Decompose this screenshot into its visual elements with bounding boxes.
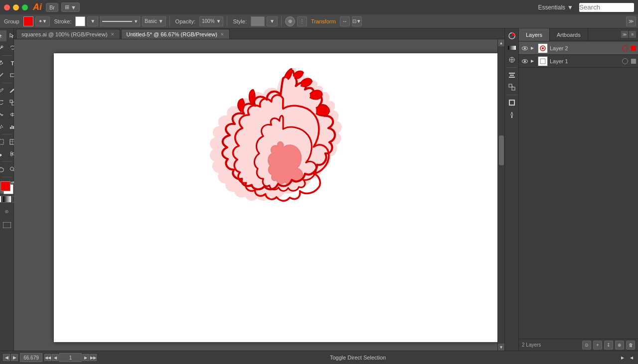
- warp-tool[interactable]: [0, 109, 6, 120]
- rotate-tool[interactable]: [0, 97, 6, 108]
- align-panel-button[interactable]: [506, 70, 517, 81]
- transform-icon[interactable]: ↔: [340, 16, 350, 26]
- page-navigation: ◀◀ ◀ 1 ▶ ▶▶: [44, 353, 97, 362]
- line-tool[interactable]: [0, 70, 6, 81]
- zoom-step-forward[interactable]: ▶: [11, 354, 18, 361]
- brushes-panel-button[interactable]: [506, 109, 517, 120]
- transform-button[interactable]: Transform: [309, 18, 338, 24]
- last-page-button[interactable]: ▶▶: [90, 354, 97, 361]
- scroll-thumb-vertical[interactable]: [499, 135, 504, 165]
- stroke-color-swatch[interactable]: [75, 16, 85, 26]
- layer-1-expand-arrow[interactable]: ▶: [531, 59, 536, 64]
- layers-panel-menu[interactable]: ≡: [629, 31, 636, 38]
- zoom-step-back[interactable]: ◀: [3, 354, 10, 361]
- canvas-scroll-vertical[interactable]: ▲ ▼: [497, 39, 504, 351]
- color-panel-button[interactable]: [506, 30, 517, 41]
- layer-1-visibility-toggle[interactable]: [521, 57, 529, 65]
- search-input[interactable]: [579, 3, 634, 12]
- appearance-panel-button[interactable]: [506, 54, 517, 65]
- next-page-button[interactable]: ▶: [82, 354, 89, 361]
- draw-behind-button[interactable]: ◎: [1, 206, 12, 217]
- hand-tool[interactable]: [0, 164, 6, 175]
- bridge-button[interactable]: Br: [46, 3, 58, 12]
- layer-1-thumbnail: [538, 56, 548, 66]
- artboard-tool[interactable]: [0, 136, 6, 147]
- options-bar: Group ✦ ▼ Stroke: ▼ ▼ Basic ▼ Opacity: 1…: [0, 14, 638, 28]
- group-label: Group: [2, 18, 21, 24]
- scroll-up-button[interactable]: ▲: [498, 39, 505, 46]
- layer-2-expand-arrow[interactable]: ▶: [531, 46, 536, 51]
- stroke-weight-preview[interactable]: ▼: [100, 16, 140, 26]
- transform-panel-button[interactable]: [506, 82, 517, 93]
- variable-glob-button[interactable]: ⊕: [285, 16, 295, 26]
- symbol-sprayer-tool[interactable]: [0, 121, 6, 132]
- color-swatch-area: ⇄ ⊡: [0, 181, 13, 194]
- locate-object-button[interactable]: ⊙: [582, 341, 591, 350]
- layer-1-target-circle[interactable]: [622, 58, 628, 64]
- prev-page-button[interactable]: ◀: [52, 354, 59, 361]
- opacity-label: Opacity:: [173, 18, 197, 24]
- screen-mode-button[interactable]: [0, 220, 14, 231]
- tab-untitled[interactable]: Untitled-5* @ 66.67% (RGB/Preview) ✕: [121, 29, 230, 39]
- layout-button[interactable]: ⊞ ▼: [61, 2, 80, 12]
- style-options-button[interactable]: ▼: [267, 16, 278, 26]
- scroll-track-vertical[interactable]: [498, 46, 504, 344]
- tab-squares[interactable]: squares.ai @ 100% (RGB/Preview) ✕: [16, 29, 120, 39]
- fill-options-button[interactable]: ✦ ▼: [35, 16, 50, 26]
- foreground-color-swatch[interactable]: [0, 181, 10, 191]
- gradient-panel-button[interactable]: [506, 42, 517, 53]
- canvas-area: squares.ai @ 100% (RGB/Preview) ✕ Untitl…: [14, 28, 504, 351]
- layer-2-target-circle[interactable]: [622, 45, 628, 51]
- layer-2-thumb-icon: [539, 44, 547, 52]
- maximize-button[interactable]: [22, 4, 28, 10]
- layers-list: ▶ Layer 2 ▶: [519, 41, 638, 339]
- pen-tool[interactable]: [0, 58, 6, 69]
- magic-wand-tool[interactable]: [0, 42, 6, 53]
- brush-tool[interactable]: [0, 85, 6, 96]
- layer-2-thumbnail: [538, 43, 548, 53]
- stroke-options-button[interactable]: ▼: [87, 16, 98, 26]
- stroke-panel-button[interactable]: [506, 97, 517, 108]
- options-icon-1[interactable]: ⋮: [297, 16, 307, 26]
- svg-point-25: [10, 154, 12, 156]
- fill-options-chevron: ▼: [42, 18, 47, 24]
- svg-rect-17: [0, 139, 3, 144]
- status-options-button[interactable]: ◀: [628, 354, 635, 361]
- delete-layer-button[interactable]: 🗑: [626, 341, 635, 350]
- merge-button[interactable]: ⊕: [615, 341, 624, 350]
- new-layer-button[interactable]: +: [593, 341, 602, 350]
- tab-squares-close[interactable]: ✕: [111, 32, 115, 37]
- workspace-switcher[interactable]: Essentials ▼: [538, 4, 573, 11]
- scroll-down-button[interactable]: ▼: [498, 344, 505, 351]
- layer-item-1[interactable]: ▶ Layer 1: [519, 55, 638, 68]
- tool-separator-2: [2, 83, 12, 83]
- eraser-tool[interactable]: [0, 148, 6, 159]
- svg-rect-40: [509, 100, 514, 105]
- panel-toggle-button[interactable]: ≫: [626, 16, 636, 26]
- layer-2-color-indicator: [631, 46, 636, 51]
- move-to-layer-button[interactable]: ↧: [604, 341, 613, 350]
- first-page-button[interactable]: ◀◀: [44, 354, 51, 361]
- layer-2-visibility-toggle[interactable]: [521, 44, 529, 52]
- selection-tool[interactable]: [0, 30, 6, 41]
- layers-tab[interactable]: Layers: [519, 28, 550, 41]
- layer-item-2[interactable]: ▶ Layer 2: [519, 42, 638, 55]
- stroke-profile-dropdown[interactable]: Basic ▼: [142, 16, 165, 26]
- layer-1-name: Layer 1: [550, 58, 620, 64]
- gradient-button[interactable]: [2, 196, 11, 203]
- artboards-tab[interactable]: Artboards: [550, 28, 588, 41]
- layers-menu-expand[interactable]: ≫: [621, 31, 628, 38]
- minimize-button[interactable]: [13, 4, 19, 10]
- style-swatch[interactable]: [251, 16, 265, 26]
- opacity-dropdown[interactable]: 100% ▼: [199, 16, 223, 26]
- left-toolbar: T: [0, 28, 14, 351]
- solid-color-button[interactable]: [0, 196, 1, 203]
- fill-color-swatch[interactable]: [23, 16, 33, 26]
- tool-separator-4: [2, 161, 12, 162]
- status-arrow-button[interactable]: ▶: [619, 354, 626, 361]
- arrange-button[interactable]: ⊡ ▼: [352, 16, 362, 26]
- close-button[interactable]: [4, 4, 10, 10]
- canvas-tabs: squares.ai @ 100% (RGB/Preview) ✕ Untitl…: [14, 28, 504, 39]
- tab-untitled-close[interactable]: ✕: [220, 32, 224, 37]
- draw-normal-button[interactable]: ⊙: [0, 206, 1, 217]
